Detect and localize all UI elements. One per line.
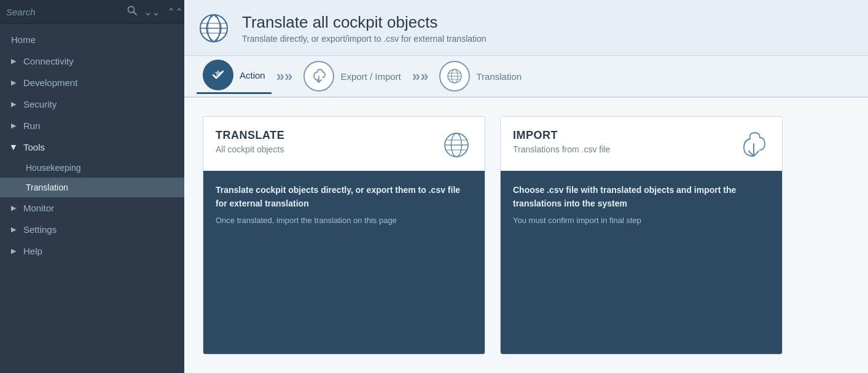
header-icon bbox=[197, 11, 231, 45]
translate-card-body[interactable]: Translate cockpit objects directly, or e… bbox=[203, 171, 485, 354]
sidebar-item-home[interactable]: Home bbox=[0, 29, 184, 50]
sidebar-item-security[interactable]: ▶ Security bbox=[0, 93, 184, 115]
sidebar-item-run[interactable]: ▶ Run bbox=[0, 115, 184, 136]
tools-label: Tools bbox=[23, 142, 45, 152]
nav-controls: ⌄⌄ ⌃⌃ bbox=[141, 5, 186, 19]
arrow-1: »» bbox=[272, 68, 298, 85]
settings-label: Settings bbox=[23, 224, 57, 235]
sidebar-item-tools[interactable]: ▶ Tools bbox=[0, 136, 184, 158]
search-bar: ⌄⌄ ⌃⌃ bbox=[0, 0, 184, 24]
cards-area: TRANSLATE All cockpit objects Translate … bbox=[184, 98, 868, 373]
search-button[interactable] bbox=[123, 4, 141, 20]
import-card-subtitle: Translations from .csv file bbox=[513, 144, 610, 154]
run-arrow: ▶ bbox=[11, 122, 16, 130]
collapse-all-button[interactable]: ⌄⌄ bbox=[141, 5, 163, 19]
search-input[interactable] bbox=[6, 7, 123, 17]
export-import-step-icon bbox=[303, 61, 334, 92]
expand-all-button[interactable]: ⌃⌃ bbox=[164, 5, 186, 19]
translate-card-title-area: TRANSLATE All cockpit objects bbox=[216, 129, 284, 154]
translate-card-icon bbox=[440, 129, 472, 161]
settings-arrow: ▶ bbox=[11, 226, 16, 234]
page-subtitle: Translate directly, or export/import to … bbox=[242, 34, 487, 44]
tools-arrow: ▶ bbox=[10, 145, 18, 150]
translation-label: Translation bbox=[26, 183, 68, 192]
connectivity-label: Connectivity bbox=[23, 56, 74, 66]
import-body-title: Choose .csv file with translated objects… bbox=[513, 183, 770, 211]
home-label: Home bbox=[11, 34, 36, 45]
help-label: Help bbox=[23, 246, 42, 256]
translate-body-note: Once translated, import the translation … bbox=[216, 214, 472, 227]
help-arrow: ▶ bbox=[11, 247, 16, 255]
monitor-arrow: ▶ bbox=[11, 204, 16, 212]
development-arrow: ▶ bbox=[11, 79, 16, 87]
sidebar-item-monitor[interactable]: ▶ Monitor bbox=[0, 197, 184, 219]
import-card-icon bbox=[738, 129, 770, 161]
export-import-step-label: Export / Import bbox=[340, 71, 401, 82]
steps-bar: Action »» Export / Import »» bbox=[184, 56, 868, 98]
import-card-body[interactable]: Choose .csv file with translated objects… bbox=[501, 171, 782, 354]
import-card: IMPORT Translations from .csv file Choos… bbox=[500, 116, 783, 355]
page-title: Translate all cockpit objects bbox=[242, 13, 487, 32]
page-header: Translate all cockpit objects Translate … bbox=[184, 0, 868, 56]
action-step-label: Action bbox=[240, 70, 265, 80]
step-translation[interactable]: Translation bbox=[433, 61, 528, 92]
translate-card-subtitle: All cockpit objects bbox=[216, 144, 284, 154]
arrow-2: »» bbox=[407, 68, 434, 85]
housekeeping-label: Housekeeping bbox=[26, 163, 81, 173]
action-underline bbox=[197, 92, 272, 94]
monitor-label: Monitor bbox=[23, 203, 54, 213]
import-card-top: IMPORT Translations from .csv file bbox=[501, 117, 782, 171]
translate-card: TRANSLATE All cockpit objects Translate … bbox=[203, 116, 485, 355]
translate-card-title: TRANSLATE bbox=[216, 129, 284, 142]
sidebar-item-development[interactable]: ▶ Development bbox=[0, 72, 184, 93]
security-label: Security bbox=[23, 99, 57, 109]
import-card-title: IMPORT bbox=[513, 129, 610, 142]
import-card-title-area: IMPORT Translations from .csv file bbox=[513, 129, 610, 154]
run-label: Run bbox=[23, 120, 41, 131]
sidebar-item-housekeeping[interactable]: Housekeeping bbox=[0, 158, 184, 178]
translation-step-icon bbox=[439, 61, 470, 92]
translation-step-label: Translation bbox=[476, 71, 522, 82]
translate-card-top: TRANSLATE All cockpit objects bbox=[203, 117, 485, 171]
step-action[interactable]: Action bbox=[197, 60, 272, 93]
translate-body-title: Translate cockpit objects directly, or e… bbox=[216, 183, 472, 211]
development-label: Development bbox=[23, 77, 77, 88]
connectivity-arrow: ▶ bbox=[11, 57, 16, 65]
sidebar-item-translation[interactable]: Translation bbox=[0, 178, 184, 197]
sidebar-item-settings[interactable]: ▶ Settings bbox=[0, 219, 184, 240]
step-export-import[interactable]: Export / Import bbox=[297, 61, 407, 92]
sidebar-item-help[interactable]: ▶ Help bbox=[0, 240, 184, 262]
sidebar: ⌄⌄ ⌃⌃ Home ▶ Connectivity ▶ Development … bbox=[0, 0, 184, 373]
svg-line-1 bbox=[134, 12, 137, 15]
header-text: Translate all cockpit objects Translate … bbox=[242, 13, 487, 44]
nav-menu: Home ▶ Connectivity ▶ Development ▶ Secu… bbox=[0, 24, 184, 373]
action-step-icon bbox=[203, 60, 233, 90]
main-content: Translate all cockpit objects Translate … bbox=[184, 0, 868, 373]
security-arrow: ▶ bbox=[11, 100, 16, 108]
sidebar-item-connectivity[interactable]: ▶ Connectivity bbox=[0, 50, 184, 72]
import-body-note: You must confirm import in final step bbox=[513, 214, 770, 227]
